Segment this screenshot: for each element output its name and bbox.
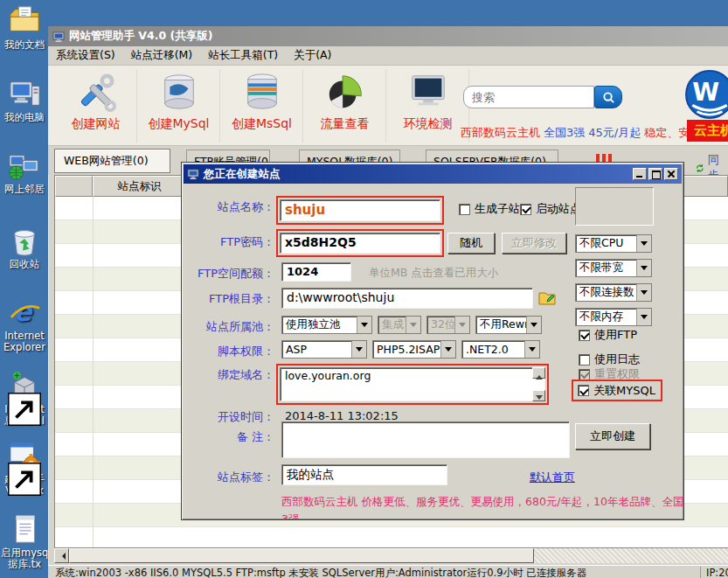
asp-select[interactable]: ASP xyxy=(281,340,367,359)
toolbar-ad-link[interactable]: 西部数码云主机全国3强45元/月起稳定、安 xyxy=(461,125,723,141)
create-now-button[interactable]: 立即创建 xyxy=(575,423,650,449)
cpu-limit-select[interactable]: 不限CPU xyxy=(575,234,652,253)
empty-panel xyxy=(575,187,654,226)
ftp-password-label: FTP密码： xyxy=(184,234,274,250)
ftp-quota-input[interactable]: 1024 xyxy=(281,262,351,282)
chevron-down-icon xyxy=(454,317,469,333)
mysql-db-icon xyxy=(159,72,199,112)
connection-limit-select[interactable]: 不限连接数 xyxy=(575,283,652,302)
chevron-down-icon[interactable] xyxy=(636,284,651,301)
chevron-down-icon[interactable] xyxy=(636,260,651,276)
chevron-down-icon[interactable] xyxy=(440,341,455,358)
scrollbar-thumb[interactable] xyxy=(69,548,534,563)
bandwidth-limit-select[interactable]: 不限带宽 xyxy=(575,259,652,277)
default-homepage-link[interactable]: 默认首页 xyxy=(530,470,575,485)
desktop-icon-site-builder[interactable]: 建站助手 V4.0.ex xyxy=(1,439,48,497)
west-cn-logo[interactable]: W xyxy=(684,69,728,120)
memory-limit-select[interactable]: 不限内存 xyxy=(575,308,652,326)
site-tag-input[interactable]: 我的站点 xyxy=(281,464,447,485)
ftp-password-highlight: x5d8H2Q5 xyxy=(276,229,444,257)
menu-about[interactable]: 关于(A) xyxy=(286,46,339,65)
close-icon[interactable] xyxy=(664,168,678,180)
desktop-icon-network-places[interactable]: 网上邻居 xyxy=(1,149,48,195)
search-button[interactable] xyxy=(594,86,622,108)
create-site-button[interactable]: 创建网站 xyxy=(55,69,137,143)
chevron-down-icon[interactable] xyxy=(351,341,366,358)
shortcut-arrow-icon xyxy=(8,393,17,402)
start-site-checkbox[interactable]: 启动站点 xyxy=(520,201,581,217)
create-mssql-button[interactable]: 创建MsSql xyxy=(221,69,303,143)
bind-domain-textarea[interactable]: love.youran.org xyxy=(280,367,545,401)
scroll-left-arrow[interactable] xyxy=(54,548,69,563)
app-icon xyxy=(52,31,65,43)
create-mysql-button[interactable]: 创建MySql xyxy=(138,69,220,143)
use-log-checkbox[interactable]: 使用日志 xyxy=(579,352,640,367)
php-select[interactable]: PHP5.2ISAPI xyxy=(372,340,456,359)
scroll-down-icon[interactable] xyxy=(532,390,545,401)
menu-site-migration[interactable]: 站点迁移(M) xyxy=(123,46,201,65)
chevron-down-icon[interactable] xyxy=(524,341,539,358)
desktop-icon-my-computer[interactable]: 我的电脑 xyxy=(1,77,48,123)
remark-textarea[interactable] xyxy=(281,421,570,458)
ftp-password-input[interactable]: x5d8H2Q5 xyxy=(280,233,440,254)
monitor-icon xyxy=(408,72,448,112)
link-mysql-highlight: 关联MYSQL xyxy=(572,380,662,401)
random-password-button[interactable]: 随机 xyxy=(447,233,495,254)
env-check-button[interactable]: 环境检测 xyxy=(387,69,469,143)
my-documents-icon xyxy=(8,4,41,38)
search-input[interactable] xyxy=(463,86,594,108)
dialog-ad-line2[interactable]: 3强 xyxy=(281,512,299,520)
desktop-icon-enable-mysql-txt[interactable]: 启用mysql 据库.tx xyxy=(1,512,48,570)
remark-label: 备 注： xyxy=(184,429,274,445)
site-name-input[interactable]: shuju xyxy=(280,199,440,221)
minimize-icon[interactable] xyxy=(633,168,647,180)
checkbox-label: 使用日志 xyxy=(594,352,640,367)
rewrite-select[interactable]: 不用Rewrite xyxy=(475,316,542,334)
status-bar: 系统:win2003 -x86 IIS6.0 MYSQL5.5 FTP:msft… xyxy=(48,565,728,578)
app-pool-label: 站点所属池： xyxy=(184,319,274,335)
table-header-site-id[interactable]: 站点标识 xyxy=(93,176,186,197)
horizontal-scrollbar[interactable] xyxy=(54,548,728,563)
desktop-icon-recycle-bin[interactable]: 回收站 xyxy=(1,224,48,270)
desktop-icon-internet-explorer[interactable]: e Internet Explorer xyxy=(1,296,48,353)
app-titlebar: 网站管理助手 V4.0 (共享版) xyxy=(48,26,728,46)
desktop: 我的文档 我的电脑 网上邻居 回收站 e Internet Explorer I… xyxy=(0,0,728,578)
dialog-ad-line1[interactable]: 西部数码云主机 价格更低、服务更优、更易使用，680元/年起，10年老品牌、全国 xyxy=(281,495,683,510)
menu-webmaster-tools[interactable]: 站长工具箱(T) xyxy=(200,46,286,65)
app-title: 网站管理助手 V4.0 (共享版) xyxy=(69,29,212,44)
ftp-quota-hint: 单位MB 点击查看已用大小 xyxy=(369,266,498,281)
scroll-up-icon[interactable] xyxy=(532,367,545,379)
checkbox-box[interactable] xyxy=(578,385,589,396)
desktop-icon-iis[interactable]: Internet 息服务 (I xyxy=(1,369,48,427)
browse-folder-icon[interactable] xyxy=(538,289,556,308)
tab-web-site-manage[interactable]: WEB网站管理(0) xyxy=(54,149,170,173)
chevron-down-icon[interactable] xyxy=(357,317,371,333)
toolbar-button-label: 创建网站 xyxy=(55,116,136,132)
checkbox-box[interactable] xyxy=(579,330,590,341)
app-pool-select[interactable]: 使用独立池 xyxy=(281,316,372,334)
internet-explorer-icon: e xyxy=(8,296,41,329)
cloud-host-badge[interactable]: 云主机 xyxy=(687,120,728,142)
checkbox-box[interactable] xyxy=(520,204,531,215)
ftp-root-input[interactable]: d:\wwwroot\shuju xyxy=(281,288,533,309)
chevron-down-icon[interactable] xyxy=(636,235,651,252)
chevron-down-icon[interactable] xyxy=(526,317,541,333)
chevron-down-icon[interactable] xyxy=(636,309,651,325)
use-ftp-checkbox[interactable]: 使用FTP xyxy=(579,327,637,343)
generate-substation-checkbox[interactable]: 生成子站 xyxy=(459,201,520,217)
toolbar-button-label: 创建MsSql xyxy=(221,116,302,132)
domain-scroll xyxy=(532,367,545,401)
menu-system-settings[interactable]: 系统设置(S) xyxy=(48,46,123,65)
icon-label: 启用mysql xyxy=(1,547,48,559)
checkbox-box[interactable] xyxy=(579,354,590,366)
traffic-view-button[interactable]: 流量查看 xyxy=(304,69,386,143)
toolbar: 创建网站 创建MySql 创建MsSql 流量查看 环境检测 xyxy=(48,66,728,146)
checkbox-box[interactable] xyxy=(459,204,470,215)
desktop-icon-my-documents[interactable]: 我的文档 xyxy=(1,4,48,51)
maximize-icon[interactable] xyxy=(648,168,662,180)
dotnet-select[interactable]: .NET2.0 xyxy=(461,340,540,359)
link-mysql-checkbox[interactable]: 关联MYSQL xyxy=(578,383,655,399)
pool-mode-select: 集成 xyxy=(378,316,421,334)
modify-now-button: 立即修改 xyxy=(502,233,566,254)
icon-label: 我的电脑 xyxy=(1,112,48,123)
